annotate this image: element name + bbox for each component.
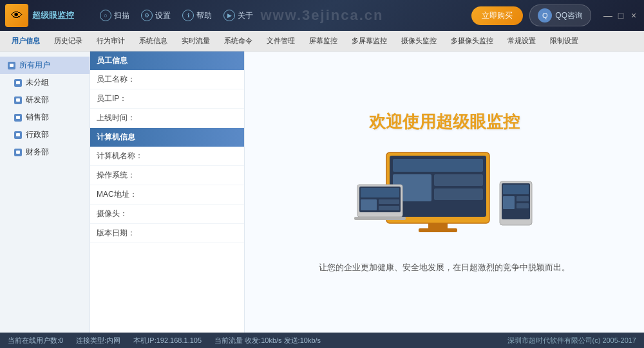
sidebar-item-rd[interactable]: 研发部 <box>0 91 90 109</box>
sidebar-item-sales[interactable]: 销售部 <box>0 109 90 126</box>
titlebar-nav: ○ 扫描 ⚙ 设置 ℹ 帮助 ▶ 关于 <box>100 10 253 21</box>
status-local-ip: 本机IP:192.168.1.105 <box>133 336 202 345</box>
svg-rect-2 <box>393 159 483 172</box>
tab-camera[interactable]: 摄像头监控 <box>395 33 443 48</box>
svg-rect-12 <box>379 199 399 204</box>
left-info-panel: 员工信息 员工名称： 员工IP： 上线时间： 计算机信息 计算机名称： 操作系统… <box>90 51 245 333</box>
tab-behavior[interactable]: 行为审计 <box>90 33 131 48</box>
sidebar-label-admin: 行政部 <box>26 129 49 140</box>
tab-file-mgmt[interactable]: 文件管理 <box>260 33 301 48</box>
tab-general-settings[interactable]: 常规设置 <box>501 33 542 48</box>
svg-rect-5 <box>434 188 483 200</box>
help-icon: ℹ <box>182 10 194 21</box>
computer-section-header: 计算机信息 <box>90 128 244 147</box>
svg-rect-19 <box>516 196 529 201</box>
status-copyright: 深圳市超时代软件有限公司(c) 2005-2017 <box>507 336 637 345</box>
nav-settings[interactable]: ⚙ 设置 <box>141 10 171 21</box>
watermark-text: www.3ejinca.cn <box>260 7 383 24</box>
sidebar-item-finance[interactable]: 财务部 <box>0 143 90 161</box>
status-connection-type: 连接类型:内网 <box>76 336 120 345</box>
tree-icon <box>14 131 22 139</box>
field-computer-name: 计算机名称： <box>90 147 244 166</box>
statusbar: 当前在线用户数:0 连接类型:内网 本机IP:192.168.1.105 当前流… <box>0 333 644 348</box>
qq-label: QQ咨询 <box>555 10 583 21</box>
main-layout: 所有用户 未分组 研发部 销售部 行政部 财务部 员工信息 员工名称： 员工IP… <box>0 51 644 333</box>
svg-rect-14 <box>354 217 406 220</box>
welcome-desc: 让您的企业更加健康、安全地发展，在日超激烈的竞争中脱颖而出。 <box>319 262 570 273</box>
tab-restrict-settings[interactable]: 限制设置 <box>544 33 585 48</box>
sidebar-item-admin[interactable]: 行政部 <box>0 126 90 143</box>
tree-icon <box>8 62 15 69</box>
svg-rect-7 <box>419 228 457 232</box>
tab-syscmd[interactable]: 系统命令 <box>218 33 259 48</box>
svg-rect-17 <box>503 185 529 194</box>
field-version: 版本日期： <box>90 224 244 243</box>
status-traffic: 当前流量 收发:10kb/s 发送:10kb/s <box>214 336 321 345</box>
maximize-button[interactable]: □ <box>616 10 626 21</box>
window-controls: — □ × <box>603 10 639 21</box>
svg-rect-10 <box>361 188 399 197</box>
nav-about-label: 关于 <box>238 10 253 21</box>
qq-button[interactable]: Q QQ咨询 <box>529 5 591 26</box>
employee-section-header: 员工信息 <box>90 51 244 70</box>
buy-button[interactable]: 立即购买 <box>471 6 523 25</box>
tab-bar: 用户信息 历史记录 行为审计 系统信息 实时流量 系统命令 文件管理 屏幕监控 … <box>0 31 644 51</box>
field-camera: 摄像头： <box>90 205 244 224</box>
tree-icon <box>14 114 22 122</box>
nav-help[interactable]: ℹ 帮助 <box>182 10 212 21</box>
sidebar-label-all-users: 所有用户 <box>19 60 50 71</box>
svg-rect-11 <box>361 199 377 210</box>
status-online-users: 当前在线用户数:0 <box>8 336 63 345</box>
close-button[interactable]: × <box>629 10 639 21</box>
settings-icon: ⚙ <box>141 10 153 21</box>
sidebar-item-ungrouped[interactable]: 未分组 <box>0 74 90 91</box>
sidebar: 所有用户 未分组 研发部 销售部 行政部 财务部 <box>0 51 90 333</box>
content-area: 员工信息 员工名称： 员工IP： 上线时间： 计算机信息 计算机名称： 操作系统… <box>90 51 644 333</box>
titlebar-actions: 立即购买 Q QQ咨询 — □ × <box>471 5 639 26</box>
sidebar-item-all-users[interactable]: 所有用户 <box>0 57 90 74</box>
field-employee-name: 员工名称： <box>90 70 244 89</box>
minimize-button[interactable]: — <box>603 10 613 21</box>
svg-rect-20 <box>516 203 529 208</box>
tab-multiscreen[interactable]: 多屏幕监控 <box>345 33 393 48</box>
app-logo: 👁 超级眼监控 <box>5 4 74 27</box>
field-mac: MAC地址： <box>90 185 244 205</box>
about-icon: ▶ <box>223 10 235 21</box>
sidebar-label-sales: 销售部 <box>26 112 49 123</box>
nav-help-label: 帮助 <box>196 10 212 21</box>
qq-avatar-icon: Q <box>538 8 552 23</box>
field-employee-ip: 员工IP： <box>90 89 244 109</box>
tab-screen-monitor[interactable]: 屏幕监控 <box>303 33 344 48</box>
logo-text: 超级眼监控 <box>32 10 74 21</box>
welcome-title: 欢迎使用超级眼监控 <box>369 111 520 133</box>
titlebar: 👁 超级眼监控 www.3ejinca.cn ○ 扫描 ⚙ 设置 ℹ 帮助 ▶ … <box>0 0 644 31</box>
svg-rect-13 <box>379 206 399 210</box>
field-os: 操作系统： <box>90 166 244 185</box>
sidebar-label-rd: 研发部 <box>26 95 49 105</box>
svg-rect-18 <box>503 196 515 209</box>
right-welcome-panel: 欢迎使用超级眼监控 <box>245 51 644 333</box>
nav-scan[interactable]: ○ 扫描 <box>100 10 129 21</box>
tab-history[interactable]: 历史记录 <box>48 33 89 48</box>
sidebar-label-finance: 财务部 <box>26 147 49 158</box>
nav-scan-label: 扫描 <box>114 10 129 21</box>
tab-user-info[interactable]: 用户信息 <box>5 33 46 48</box>
scan-icon: ○ <box>100 10 111 21</box>
nav-about[interactable]: ▶ 关于 <box>223 10 253 21</box>
tab-multicamera[interactable]: 多摄像头监控 <box>444 33 500 48</box>
sidebar-label-ungrouped: 未分组 <box>26 77 49 88</box>
tree-icon <box>14 79 22 87</box>
logo-icon: 👁 <box>5 4 28 27</box>
field-online-time: 上线时间： <box>90 109 244 128</box>
svg-rect-4 <box>434 174 483 186</box>
monitor-illustration <box>348 146 541 249</box>
tree-icon <box>14 96 22 104</box>
tree-icon <box>14 149 22 156</box>
tab-realtime-flow[interactable]: 实时流量 <box>175 33 216 48</box>
tab-sysinfo[interactable]: 系统信息 <box>133 33 174 48</box>
nav-settings-label: 设置 <box>155 10 171 21</box>
